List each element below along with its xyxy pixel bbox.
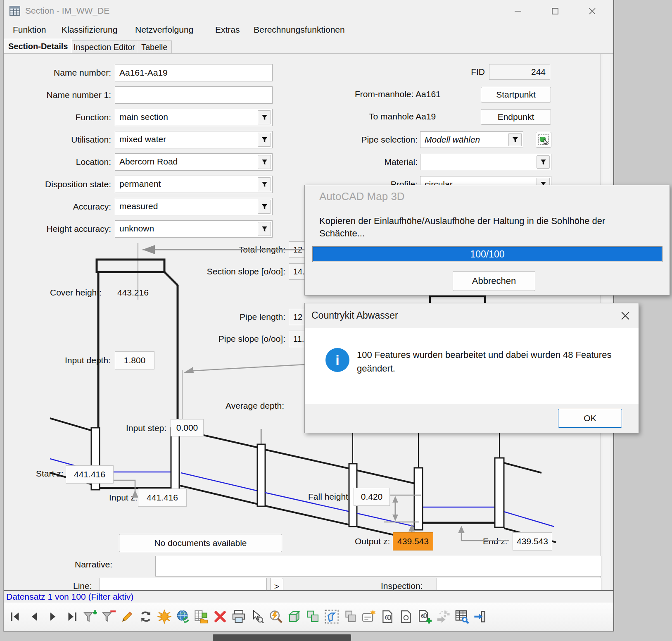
object-cube-icon[interactable] bbox=[287, 610, 302, 624]
delete-x-icon[interactable] bbox=[213, 610, 227, 624]
menu-berechnungsfunktionen[interactable]: Berechnungsfunktionen bbox=[254, 25, 345, 35]
fall-height-label: Fall height: bbox=[308, 492, 351, 502]
edit-pencil-icon[interactable] bbox=[120, 610, 134, 624]
copy-objects-icon[interactable] bbox=[306, 610, 320, 624]
filter-remove-icon[interactable] bbox=[102, 610, 116, 624]
output-z-label: Output z: bbox=[355, 536, 390, 546]
pipe-select-on-map-button[interactable] bbox=[536, 132, 551, 148]
name-number-field[interactable] bbox=[115, 64, 273, 81]
info-dialog-title: Countrykit Abwasser bbox=[311, 310, 398, 321]
exit-icon[interactable] bbox=[473, 610, 487, 624]
minimize-button[interactable] bbox=[506, 3, 530, 19]
tab-section-details[interactable]: Section-Details bbox=[4, 39, 72, 53]
disposition-state-combo[interactable]: permanent bbox=[115, 176, 273, 193]
narrative-label: Narrative: bbox=[75, 560, 112, 570]
close-button[interactable] bbox=[580, 3, 604, 19]
dropdown-funnel-icon[interactable] bbox=[258, 110, 271, 124]
location-combo[interactable]: Abercorn Road bbox=[115, 153, 273, 171]
title-bar[interactable]: Section - IM_WW_DE bbox=[4, 0, 613, 23]
menu-extras[interactable]: Extras bbox=[215, 25, 240, 35]
table-window-icon bbox=[9, 5, 20, 16]
menu-netzverfolgung[interactable]: Netzverfolgung bbox=[135, 25, 193, 35]
menu-funktion[interactable]: Funktion bbox=[13, 25, 46, 35]
print-icon[interactable] bbox=[232, 610, 246, 624]
function-combo[interactable]: main section bbox=[115, 109, 273, 126]
accuracy-combo[interactable]: measured bbox=[115, 198, 273, 215]
paste-objects-icon[interactable] bbox=[343, 610, 357, 624]
maximize-button[interactable] bbox=[543, 3, 567, 19]
move-features-disabled-icon bbox=[436, 610, 450, 624]
dropdown-funnel-icon[interactable] bbox=[258, 155, 271, 169]
dropdown-funnel-icon[interactable] bbox=[258, 133, 271, 147]
dropdown-funnel-icon[interactable] bbox=[537, 155, 550, 169]
name-number-1-field[interactable] bbox=[115, 86, 273, 104]
to-manhole-label: To manhole Aa19 bbox=[369, 112, 436, 122]
table-settings-icon[interactable] bbox=[455, 610, 469, 624]
input-step-field: 0.000 bbox=[171, 419, 204, 436]
height-accuracy-label: Height accuracy: bbox=[4, 224, 111, 234]
dropdown-funnel-icon[interactable] bbox=[258, 177, 271, 191]
line-label: Line: bbox=[73, 581, 92, 590]
pipe-slope-label: Pipe slope [o/oo]: bbox=[178, 334, 285, 344]
table-objects-icon[interactable] bbox=[195, 610, 209, 624]
pipe-selection-combo[interactable]: Modell wählen bbox=[420, 131, 523, 148]
document-report-icon[interactable] bbox=[399, 610, 413, 624]
dropdown-funnel-icon[interactable] bbox=[508, 133, 522, 146]
input-z-field: 441.416 bbox=[138, 488, 187, 507]
inspection-field[interactable]: ... bbox=[437, 578, 601, 590]
background-window-fragment bbox=[213, 634, 351, 641]
fid-field: 244 bbox=[489, 64, 550, 80]
input-z-label: Input z: bbox=[109, 493, 138, 503]
abbrechen-button[interactable]: Abbrechen bbox=[453, 271, 535, 291]
material-label: Material: bbox=[310, 157, 418, 167]
sync-globe-icon[interactable] bbox=[176, 610, 190, 624]
narrative-field[interactable] bbox=[155, 556, 601, 577]
tab-bar: Section-Details Inspection Editor Tabell… bbox=[4, 39, 613, 54]
info-dialog-body: i 100 Features wurden bearbeitet und dab… bbox=[305, 328, 639, 405]
start-z-field: 441.416 bbox=[66, 465, 114, 484]
fall-height-field: 0.420 bbox=[354, 488, 390, 506]
new-feature-star-icon[interactable] bbox=[157, 610, 171, 624]
document-add-icon[interactable]: 6 bbox=[418, 610, 432, 624]
dropdown-funnel-icon[interactable] bbox=[258, 200, 271, 214]
progress-bar-text: 100/100 bbox=[313, 247, 662, 262]
end-z-field: 439.543 bbox=[513, 532, 552, 550]
info-dialog: Countrykit Abwasser i 100 Features wurde… bbox=[304, 303, 639, 433]
select-object-icon[interactable] bbox=[325, 610, 339, 624]
documents-button[interactable]: No documents available bbox=[119, 534, 282, 552]
select-inspect-icon[interactable] bbox=[250, 610, 264, 624]
close-icon[interactable] bbox=[616, 307, 634, 325]
menu-klassifizierung[interactable]: Klassifizierung bbox=[62, 25, 117, 35]
next-record-icon[interactable] bbox=[46, 610, 60, 624]
record-status: Datensatz 1 von 100 (Filter aktiv) bbox=[6, 592, 133, 602]
line-field[interactable]: ... bbox=[100, 578, 267, 590]
material-combo[interactable] bbox=[420, 154, 551, 170]
endpunkt-button[interactable]: Endpunkt bbox=[481, 109, 551, 125]
utilisation-combo[interactable]: mixed water bbox=[115, 131, 273, 148]
output-z-field: 439.543 bbox=[393, 532, 433, 550]
end-z-label: End z: bbox=[483, 536, 508, 546]
first-record-icon[interactable] bbox=[9, 610, 23, 624]
disposition-state-label: Disposition state: bbox=[4, 179, 111, 189]
tab-tabelle[interactable]: Tabelle bbox=[137, 41, 172, 53]
cover-height-value: 443.216 bbox=[117, 288, 149, 298]
dropdown-funnel-icon[interactable] bbox=[258, 222, 271, 236]
filter-add-icon[interactable] bbox=[83, 610, 97, 624]
from-manhole-label: From-manhole: Aa161 bbox=[355, 89, 441, 99]
refresh-icon[interactable] bbox=[139, 610, 153, 624]
tab-inspection-editor[interactable]: Inspection Editor bbox=[69, 41, 140, 53]
startpunkt-button[interactable]: Startpunkt bbox=[481, 87, 551, 102]
select-on-map-icon bbox=[538, 134, 549, 145]
info-icon: i bbox=[325, 348, 349, 372]
new-note-icon[interactable] bbox=[362, 610, 376, 624]
line-expand-button[interactable]: > bbox=[270, 578, 283, 590]
document-measure-icon[interactable]: 6 bbox=[380, 610, 394, 624]
previous-record-icon[interactable] bbox=[27, 610, 41, 624]
info-dialog-message: 100 Features wurden bearbeitet und dabei… bbox=[357, 348, 611, 375]
progress-bar: 100/100 bbox=[312, 246, 663, 262]
last-record-icon[interactable] bbox=[64, 610, 78, 624]
ok-button[interactable]: OK bbox=[558, 409, 622, 428]
height-accuracy-combo[interactable]: unknown bbox=[115, 220, 273, 238]
location-label: Location: bbox=[4, 157, 111, 167]
zoom-dynamic-icon[interactable] bbox=[269, 610, 283, 624]
